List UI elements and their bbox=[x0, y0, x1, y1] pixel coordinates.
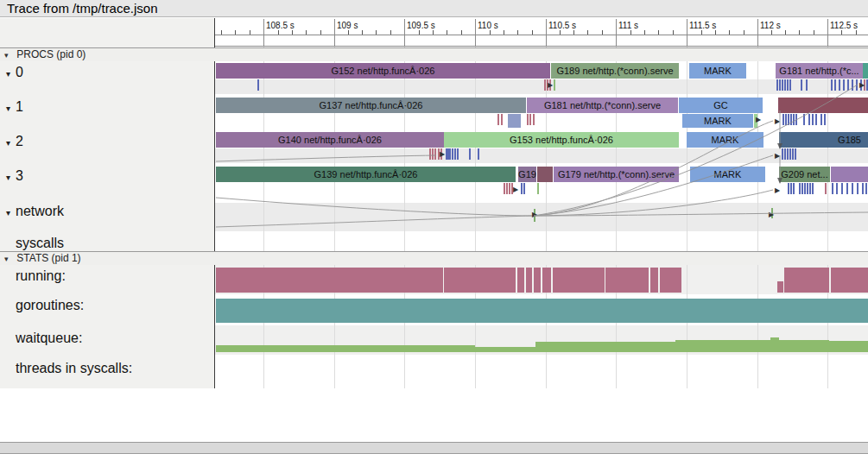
sidebar-item-proc-2[interactable]: ▾2 bbox=[0, 133, 213, 149]
instant-event-tick[interactable] bbox=[865, 183, 867, 194]
instant-event-tick[interactable] bbox=[790, 183, 792, 194]
instant-event-tick[interactable] bbox=[834, 79, 836, 91]
trace-subspan[interactable] bbox=[508, 114, 521, 128]
instant-event-tick[interactable] bbox=[843, 79, 845, 91]
instant-event-tick[interactable] bbox=[509, 183, 510, 194]
instant-event-tick[interactable] bbox=[529, 114, 531, 125]
trace-span[interactable]: G153 net/http.funcÂ·026 bbox=[444, 132, 679, 148]
instant-event-tick[interactable] bbox=[836, 183, 838, 194]
instant-event-tick[interactable] bbox=[841, 183, 843, 194]
instant-event-tick[interactable] bbox=[808, 114, 810, 125]
instant-event-tick[interactable] bbox=[839, 79, 840, 91]
expander-triangle-icon[interactable]: ▾ bbox=[6, 135, 15, 151]
instant-event-tick[interactable] bbox=[792, 148, 794, 160]
trace-span[interactable]: G185 bbox=[779, 132, 868, 148]
instant-event-tick[interactable] bbox=[544, 79, 546, 91]
instant-event-tick[interactable] bbox=[803, 114, 805, 125]
expander-triangle-icon[interactable]: ▾ bbox=[6, 66, 15, 82]
procs-section-header[interactable]: ▾ PROCS (pid 0) bbox=[0, 47, 868, 61]
instant-event-tick[interactable] bbox=[790, 114, 792, 125]
instant-event-tick[interactable] bbox=[434, 148, 436, 160]
instant-event-tick[interactable] bbox=[812, 183, 814, 194]
instant-event-tick[interactable] bbox=[257, 79, 259, 91]
instant-event-tick[interactable] bbox=[799, 183, 801, 194]
instant-event-tick[interactable] bbox=[788, 183, 789, 194]
instant-event-tick[interactable] bbox=[504, 183, 505, 194]
instant-event-tick[interactable] bbox=[784, 148, 786, 160]
instant-event-tick[interactable] bbox=[776, 79, 778, 91]
expander-triangle-icon[interactable]: ▾ bbox=[6, 169, 15, 186]
instant-event-tick[interactable] bbox=[862, 183, 864, 194]
instant-event-tick[interactable] bbox=[429, 148, 431, 160]
instant-event-tick[interactable] bbox=[478, 148, 479, 160]
instant-event-tick[interactable] bbox=[554, 79, 555, 91]
instant-event-tick[interactable] bbox=[497, 114, 499, 125]
instant-event-tick[interactable] bbox=[820, 114, 822, 125]
instant-event-tick[interactable] bbox=[457, 148, 459, 160]
trace-span[interactable]: G137 net/http.funcÂ·026 bbox=[216, 98, 526, 113]
instant-event-tick[interactable] bbox=[501, 114, 503, 125]
instant-event-tick[interactable] bbox=[782, 114, 784, 125]
instant-event-tick[interactable] bbox=[847, 79, 849, 91]
instant-event-tick[interactable] bbox=[806, 79, 808, 91]
instant-event-tick[interactable] bbox=[449, 148, 451, 160]
trace-span[interactable]: G140 net/http.funcÂ·026 bbox=[216, 132, 444, 148]
instant-event-tick[interactable] bbox=[824, 114, 826, 125]
trace-span[interactable] bbox=[831, 167, 868, 182]
instant-event-tick[interactable] bbox=[807, 183, 808, 194]
instant-event-tick[interactable] bbox=[533, 114, 535, 125]
instant-event-tick[interactable] bbox=[793, 114, 795, 125]
trace-span[interactable]: G139 net/http.funcÂ·026 bbox=[216, 167, 516, 182]
instant-event-tick[interactable] bbox=[804, 183, 806, 194]
instant-event-tick[interactable] bbox=[432, 148, 434, 160]
trace-span[interactable] bbox=[863, 63, 868, 79]
sidebar-item-proc-0[interactable]: ▾0 bbox=[0, 64, 213, 80]
instant-event-tick[interactable] bbox=[787, 148, 789, 160]
sidebar-item-proc-3[interactable]: ▾3 bbox=[0, 167, 213, 184]
instant-event-tick[interactable] bbox=[793, 183, 795, 194]
trace-subspan[interactable]: MARK bbox=[682, 114, 753, 128]
pane-splitter[interactable] bbox=[0, 442, 868, 454]
instant-event-tick[interactable] bbox=[506, 183, 508, 194]
trace-span[interactable]: G179 net/http.(*conn).serve bbox=[554, 167, 679, 182]
instant-event-tick[interactable] bbox=[787, 79, 789, 91]
instant-event-tick[interactable] bbox=[784, 79, 786, 91]
instant-event-tick[interactable] bbox=[782, 148, 783, 160]
instant-event-tick[interactable] bbox=[527, 114, 529, 125]
expander-triangle-icon[interactable]: ▾ bbox=[6, 205, 15, 221]
trace-span[interactable]: G181 net/http.(*c... bbox=[776, 63, 863, 79]
instant-event-tick[interactable] bbox=[832, 183, 833, 194]
timeline-ruler[interactable] bbox=[215, 18, 868, 46]
trace-span[interactable]: G181 net/http.(*conn).serve bbox=[527, 98, 678, 113]
instant-event-tick[interactable] bbox=[856, 79, 858, 91]
trace-span[interactable]: MARK bbox=[687, 132, 763, 148]
trace-span[interactable] bbox=[537, 167, 553, 182]
sidebar-item-network[interactable]: ▾network bbox=[0, 203, 213, 219]
instant-event-tick[interactable] bbox=[537, 183, 539, 194]
trace-span[interactable]: G189 net/http.(*conn).serve bbox=[551, 63, 679, 79]
instant-event-tick[interactable] bbox=[801, 183, 803, 194]
stats-section-header[interactable]: ▾ STATS (pid 1) bbox=[0, 251, 868, 265]
instant-event-tick[interactable] bbox=[795, 148, 796, 160]
instant-event-tick[interactable] bbox=[789, 148, 791, 160]
sidebar-item-proc-1[interactable]: ▾1 bbox=[0, 98, 213, 115]
trace-span[interactable]: G19 bbox=[518, 167, 536, 182]
instant-event-tick[interactable] bbox=[815, 114, 817, 125]
instant-event-tick[interactable] bbox=[812, 114, 814, 125]
trace-span[interactable] bbox=[778, 98, 868, 113]
instant-event-tick[interactable] bbox=[857, 183, 858, 194]
instant-event-tick[interactable] bbox=[789, 79, 791, 91]
instant-event-tick[interactable] bbox=[831, 79, 833, 91]
instant-event-tick[interactable] bbox=[521, 183, 523, 194]
instant-event-tick[interactable] bbox=[523, 183, 525, 194]
instant-event-tick[interactable] bbox=[801, 79, 802, 91]
instant-event-tick[interactable] bbox=[846, 183, 848, 194]
trace-span[interactable]: MARK bbox=[689, 63, 746, 79]
instant-event-tick[interactable] bbox=[469, 148, 471, 160]
expander-triangle-icon[interactable]: ▾ bbox=[6, 100, 15, 117]
instant-event-tick[interactable] bbox=[785, 114, 787, 125]
instant-event-tick[interactable] bbox=[852, 183, 853, 194]
instant-event-tick[interactable] bbox=[454, 148, 456, 160]
trace-span[interactable]: G209 net... bbox=[779, 167, 830, 182]
instant-event-tick[interactable] bbox=[779, 79, 781, 91]
